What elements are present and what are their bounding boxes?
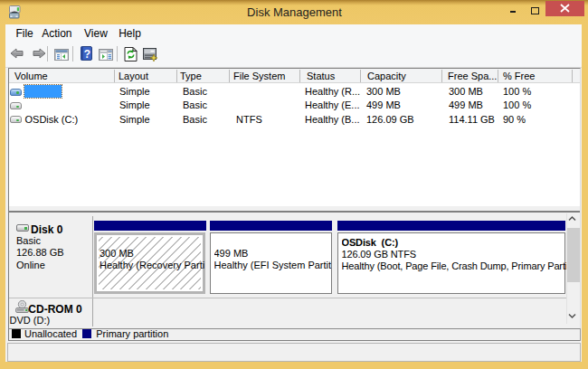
svg-text:?: ?	[84, 48, 90, 61]
